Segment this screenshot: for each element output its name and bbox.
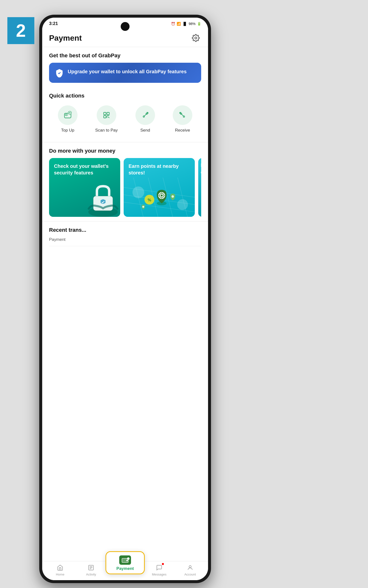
quick-action-send[interactable]: Send [135,105,155,133]
lock-illustration [83,178,120,217]
svg-point-34 [132,186,144,198]
quick-actions-title: Quick actions [49,93,201,99]
svg-point-39 [161,195,163,196]
top-up-icon [63,110,72,120]
scan-circle [97,105,116,125]
grabpay-section: Get the best out of GrabPay Upgrade your… [42,47,208,87]
nav-home[interactable]: Home [45,564,76,576]
svg-line-20 [182,114,184,116]
receive-icon [178,110,187,120]
svg-point-0 [195,37,197,39]
topup-label: Top Up [61,128,74,133]
screen-content[interactable]: Payment Get the best out of GrabPay [42,28,208,561]
svg-rect-2 [66,114,67,116]
svg-rect-6 [104,112,106,115]
home-icon [57,564,63,571]
gear-icon [192,34,200,42]
payment-icon [119,555,131,565]
quick-action-topup[interactable]: Top Up [58,105,78,133]
home-icon-container [56,564,64,572]
quick-action-scan[interactable]: Scan to Pay [95,105,118,133]
activity-icon-container [87,564,95,572]
receive-label: Receive [175,128,190,133]
do-more-section: Do more with your money Check out your w… [42,142,208,221]
security-card-text: Check out your wallet's security feature… [54,163,115,176]
settings-button[interactable] [190,33,201,43]
transaction-item: Payment [49,233,201,246]
points-card-text: Earn points at nearby stores! [129,163,190,176]
battery-text: 98% [189,22,196,26]
grabpay-title: Get the best out of GrabPay [49,52,201,59]
activity-icon [88,564,94,571]
alarm-icon: ⏰ [171,22,175,26]
svg-point-48 [177,199,188,210]
nav-activity[interactable]: Activity [76,564,106,576]
svg-point-57 [189,565,191,568]
recent-title: Recent trans... [49,227,201,233]
step-badge: 2 [7,17,34,44]
nav-account[interactable]: Account [175,564,206,576]
svg-point-46 [171,195,174,198]
svg-point-12 [143,116,145,117]
svg-rect-8 [104,116,106,118]
messages-badge [162,563,164,565]
quick-actions-grid: Top Up [49,103,201,138]
bottom-nav: Home Activity [42,561,208,580]
svg-line-33 [178,178,187,217]
send-label: Send [140,128,150,133]
svg-point-56 [126,560,128,561]
account-icon-container [186,564,194,572]
svg-line-14 [145,114,146,116]
camera-notch [121,22,130,31]
svg-text:%: % [148,198,151,202]
partial-card-text: Pa... [201,162,201,175]
wallet-icon [122,557,129,563]
cards-row: Check out your wallet's security feature… [49,158,201,217]
wifi-icon: 📶 [177,22,181,26]
status-icons: ⏰ 📶 ▐▌ 98% 🔋 [171,22,201,26]
signal-icon: ▐▌ [182,22,187,26]
svg-point-47 [142,206,144,208]
battery-icon: 🔋 [197,22,201,26]
send-circle [135,105,155,125]
activity-label: Activity [86,573,96,576]
send-icon [141,110,150,120]
partial-card[interactable]: Pa... [198,158,201,217]
map-illustration: 🧺 [124,178,195,217]
scan-icon [102,110,111,120]
svg-line-11 [108,117,109,118]
quick-actions-section: Quick actions [42,87,208,142]
messages-icon [156,564,162,571]
payment-nav-label: Payment [117,566,134,571]
banner-text: Upgrade your wallet to unlock all GrabPa… [68,68,187,75]
phone-frame: 3:21 ⏰ 📶 ▐▌ 98% 🔋 Payment [39,15,211,583]
topup-circle [58,105,78,125]
security-card[interactable]: Check out your wallet's security feature… [49,158,120,217]
upgrade-banner[interactable]: Upgrade your wallet to unlock all GrabPa… [49,63,201,83]
step-number: 2 [16,21,26,41]
receive-circle [173,105,192,125]
points-card[interactable]: Earn points at nearby stores! [124,158,195,217]
scan-label: Scan to Pay [95,128,118,133]
svg-point-18 [183,116,185,117]
shield-icon [55,69,64,77]
outer-container: 2 3:21 ⏰ 📶 ▐▌ 98% 🔋 Paymen [0,10,368,588]
account-label: Account [184,573,196,576]
messages-icon-container [155,564,163,572]
quick-action-receive[interactable]: Receive [173,105,192,133]
nav-messages[interactable]: Messages [144,564,175,576]
messages-label: Messages [152,573,166,576]
home-label: Home [56,573,65,576]
phone-screen: 3:21 ⏰ 📶 ▐▌ 98% 🔋 Payment [42,18,208,580]
svg-rect-7 [107,112,109,115]
status-time: 3:21 [49,21,58,26]
recent-transactions-section: Recent trans... Payment [42,221,208,263]
do-more-title: Do more with your money [49,148,201,154]
transaction-label: Payment [49,237,66,242]
page-title: Payment [49,34,82,43]
payment-nav-highlight: Payment [105,551,145,574]
account-icon [187,564,193,571]
